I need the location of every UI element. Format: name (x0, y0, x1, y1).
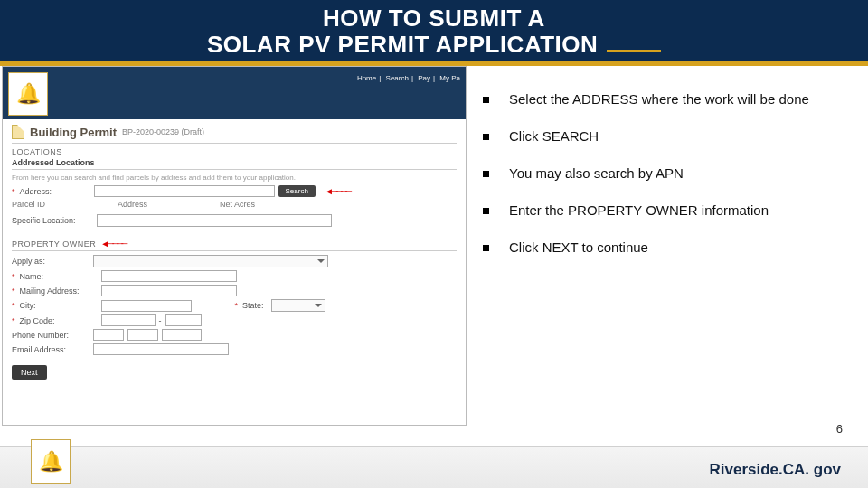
title-line1: HOW TO SUBMIT A (323, 5, 545, 32)
page-number: 6 (836, 422, 843, 436)
locations-subhead: Addressed Locations (12, 158, 457, 167)
specific-location-label: Specific Location: (12, 216, 93, 225)
arrow-annotation-2: ◄──── (100, 239, 126, 249)
title-banner: HOW TO SUBMIT A SOLAR PV PERMIT APPLICAT… (0, 0, 868, 66)
bullet-5: Click NEXT to continue (483, 239, 844, 255)
email-label: Email Address: (12, 345, 90, 354)
name-input[interactable] (101, 270, 237, 282)
app-header: 🔔 Home| Search| Pay| My Pa (3, 67, 466, 119)
document-icon (12, 125, 24, 139)
arrow-annotation-1: ◄──── (325, 186, 350, 196)
footer-logo: 🔔 (31, 439, 71, 484)
email-input[interactable] (93, 343, 229, 355)
nav-my[interactable]: My Pa (439, 74, 460, 82)
mailing-input[interactable] (101, 285, 237, 296)
bullet-1: Select the ADDRESS where the work will b… (483, 91, 844, 107)
phone-1[interactable] (93, 329, 124, 341)
bullet-2: Click SEARCH (483, 128, 844, 144)
app-frame: 🔔 Home| Search| Pay| My Pa Building Perm… (2, 66, 467, 426)
slide-title: HOW TO SUBMIT A SOLAR PV PERMIT APPLICAT… (0, 5, 868, 57)
address-label: Address: (20, 187, 90, 196)
phone-2[interactable] (127, 329, 158, 341)
screenshot-panel: 🔔 Home| Search| Pay| My Pa Building Perm… (0, 66, 470, 427)
app-nav: Home| Search| Pay| My Pa (357, 74, 460, 82)
bullet-4: Enter the PROPERTY OWNER information (483, 202, 844, 218)
search-button[interactable]: Search (278, 185, 316, 197)
bell-icon: 🔔 (39, 450, 63, 474)
title-underline (607, 50, 661, 52)
title-line2: SOLAR PV PERMIT APPLICATION (207, 31, 598, 58)
nav-home[interactable]: Home (357, 74, 376, 82)
address-input[interactable] (94, 185, 275, 197)
state-label: State: (242, 301, 264, 310)
footer-site: Riverside.CA. gov (710, 461, 842, 479)
name-label: Name: (20, 272, 98, 281)
locations-heading: LOCATIONS (12, 147, 457, 156)
specific-location-input[interactable] (97, 214, 332, 227)
building-permit-title: Building Permit (30, 126, 117, 139)
col-parcel: Parcel ID (12, 200, 45, 209)
apply-as-label: Apply as: (12, 257, 90, 266)
bell-icon: 🔔 (16, 82, 41, 106)
nav-search[interactable]: Search (386, 74, 409, 82)
phone-label: Phone Number: (12, 331, 90, 340)
permit-number: BP-2020-00239 (Draft) (122, 127, 204, 136)
instructions-panel: Select the ADDRESS where the work will b… (470, 66, 868, 427)
mailing-label: Mailing Address: (20, 286, 98, 296)
city-label: City: (20, 301, 98, 310)
riverside-logo: 🔔 (8, 72, 48, 116)
zip-input-2[interactable] (165, 314, 202, 326)
state-select[interactable] (271, 299, 326, 312)
zip-input-1[interactable] (101, 314, 156, 326)
parcel-columns: Parcel ID Address Net Acres (12, 200, 457, 209)
zip-label: Zip Code: (20, 316, 98, 325)
nav-pay[interactable]: Pay (418, 74, 430, 82)
property-owner-heading: PROPERTY OWNER ◄──── (12, 239, 457, 249)
next-button[interactable]: Next (12, 365, 47, 380)
slide-footer: 🔔 Riverside.CA. gov (0, 446, 868, 488)
col-netacres: Net Acres (220, 200, 255, 209)
phone-3[interactable] (162, 329, 202, 341)
locations-hint: From here you can search and find parcel… (12, 174, 457, 182)
apply-as-select[interactable] (93, 255, 328, 267)
bullet-3: You may also search by APN (483, 165, 844, 181)
city-input[interactable] (101, 300, 192, 312)
col-address: Address (118, 200, 147, 209)
